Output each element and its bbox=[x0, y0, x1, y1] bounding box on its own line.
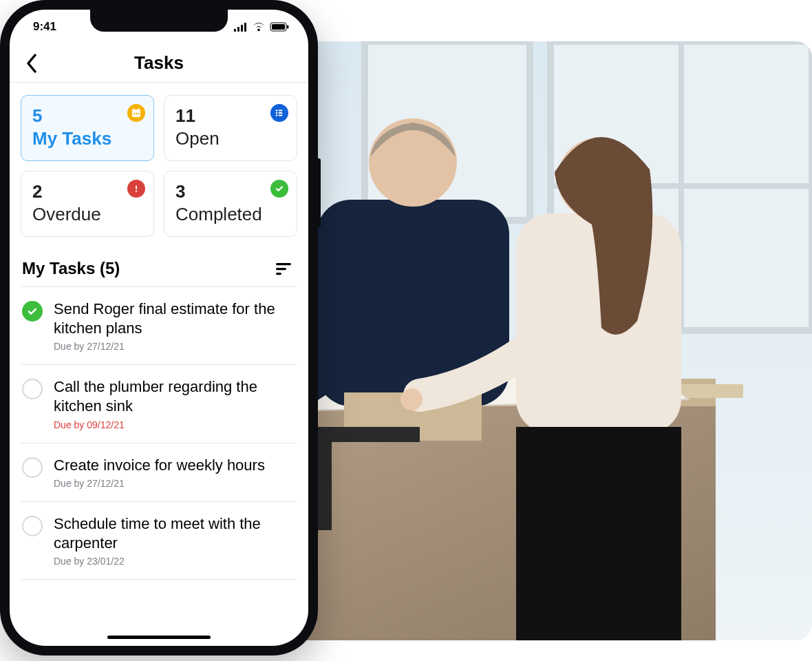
filter-cards: 5 My Tasks 11 Open 2 Overdue bbox=[21, 95, 297, 237]
section-title: My Tasks (5) bbox=[22, 259, 120, 278]
chevron-left-icon bbox=[25, 54, 38, 73]
filter-label: Overdue bbox=[32, 204, 142, 225]
filter-count: 2 bbox=[32, 181, 142, 202]
filter-count: 11 bbox=[175, 105, 286, 127]
task-checkbox[interactable] bbox=[22, 379, 43, 399]
filter-count: 3 bbox=[175, 181, 286, 202]
svg-rect-42 bbox=[136, 186, 137, 190]
filter-count: 5 bbox=[32, 105, 142, 127]
svg-rect-25 bbox=[244, 23, 246, 32]
calendar-icon bbox=[127, 104, 145, 122]
task-title: Schedule time to meet with the carpenter bbox=[54, 514, 296, 553]
phone-notch bbox=[90, 10, 228, 32]
task-list: Send Roger final estimate for the kitche… bbox=[21, 286, 297, 580]
sort-icon bbox=[275, 262, 292, 275]
filter-label: My Tasks bbox=[32, 128, 142, 149]
task-row[interactable]: Create invoice for weekly hours Due by 2… bbox=[21, 443, 297, 502]
battery-icon bbox=[270, 22, 289, 32]
svg-rect-44 bbox=[276, 263, 291, 265]
task-title: Send Roger final estimate for the kitche… bbox=[54, 300, 296, 338]
svg-rect-30 bbox=[132, 109, 140, 112]
list-icon bbox=[270, 104, 288, 122]
task-row[interactable]: Call the plumber regarding the kitchen s… bbox=[21, 365, 297, 443]
filter-card-overdue[interactable]: 2 Overdue bbox=[21, 171, 154, 237]
svg-rect-27 bbox=[272, 24, 285, 30]
svg-rect-46 bbox=[276, 273, 281, 275]
task-checkbox[interactable] bbox=[22, 457, 43, 478]
svg-point-16 bbox=[369, 118, 457, 207]
svg-rect-33 bbox=[133, 113, 135, 114]
svg-rect-35 bbox=[138, 113, 139, 114]
svg-rect-23 bbox=[237, 27, 239, 32]
check-icon bbox=[270, 180, 288, 198]
status-time: 9:41 bbox=[33, 20, 56, 34]
back-button[interactable] bbox=[17, 48, 47, 78]
filter-label: Completed bbox=[175, 204, 286, 225]
cellular-icon bbox=[234, 23, 248, 32]
filter-card-open[interactable]: 11 Open bbox=[164, 95, 297, 161]
filter-label: Open bbox=[175, 128, 286, 149]
check-icon bbox=[26, 305, 39, 317]
svg-rect-22 bbox=[234, 29, 236, 32]
sort-button[interactable] bbox=[271, 256, 296, 281]
svg-rect-45 bbox=[276, 268, 286, 270]
wifi-icon bbox=[252, 22, 266, 32]
filter-card-completed[interactable]: 3 Completed bbox=[164, 171, 297, 237]
task-checkbox[interactable] bbox=[22, 516, 43, 536]
svg-rect-28 bbox=[287, 25, 288, 29]
task-due: Due by 09/12/21 bbox=[54, 419, 296, 430]
task-due: Due by 27/12/21 bbox=[54, 341, 296, 352]
alert-icon bbox=[127, 180, 145, 198]
svg-rect-37 bbox=[279, 110, 283, 112]
svg-rect-39 bbox=[279, 112, 283, 114]
svg-rect-41 bbox=[279, 115, 283, 116]
task-due: Due by 27/12/21 bbox=[54, 478, 296, 489]
svg-rect-34 bbox=[136, 113, 137, 114]
task-title: Create invoice for weekly hours bbox=[54, 456, 296, 475]
svg-rect-24 bbox=[241, 25, 243, 32]
filter-card-my-tasks[interactable]: 5 My Tasks bbox=[21, 95, 154, 161]
home-indicator bbox=[107, 636, 211, 639]
page-title: Tasks bbox=[134, 52, 184, 74]
svg-rect-32 bbox=[138, 109, 139, 111]
task-checkbox[interactable] bbox=[22, 301, 43, 322]
task-row[interactable]: Schedule time to meet with the carpenter… bbox=[21, 502, 297, 580]
task-row[interactable]: Send Roger final estimate for the kitche… bbox=[21, 286, 297, 365]
task-due: Due by 23/01/22 bbox=[54, 556, 296, 567]
svg-rect-31 bbox=[133, 109, 135, 111]
task-title: Call the plumber regarding the kitchen s… bbox=[54, 377, 296, 416]
phone-frame: 9:41 Tasks bbox=[0, 0, 318, 655]
nav-header: Tasks bbox=[10, 44, 308, 83]
svg-point-40 bbox=[276, 114, 278, 116]
svg-point-43 bbox=[136, 190, 137, 191]
svg-point-38 bbox=[276, 112, 278, 114]
svg-point-36 bbox=[276, 109, 278, 112]
svg-point-21 bbox=[400, 388, 423, 410]
